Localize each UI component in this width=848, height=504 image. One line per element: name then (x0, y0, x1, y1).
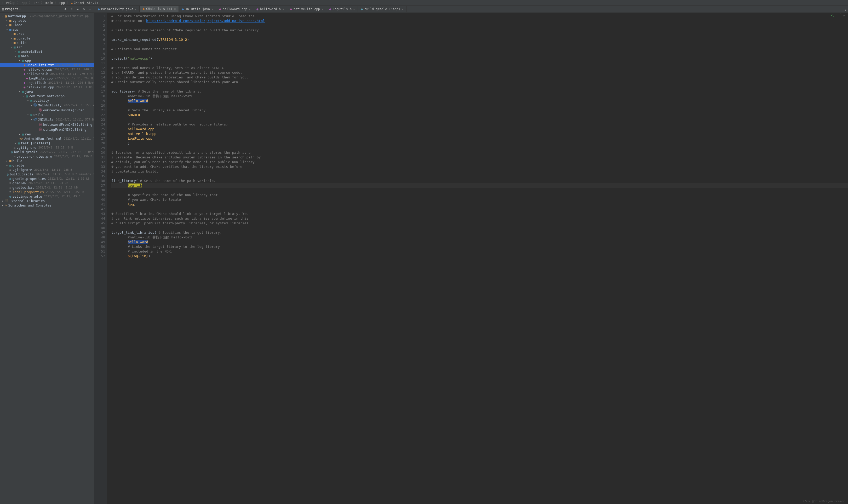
disclosure-icon[interactable]: ▾ (27, 113, 29, 116)
tree-row[interactable]: ▾▣com.test.nativecpp (0, 94, 94, 98)
code-line[interactable] (111, 52, 848, 56)
expand-icon[interactable]: ≡ (70, 7, 73, 12)
tree-row[interactable]: ≡.gitignore2022/5/2, 12:11, 225 B (0, 167, 94, 172)
tree-row[interactable]: ≡proguard-rules.pro2022/5/2, 12:11, 750 … (0, 154, 94, 159)
tree-row[interactable]: ▸■gradle (0, 163, 94, 167)
tree-row[interactable]: ≡local.properties2022/5/2, 12:11, 351 B (0, 190, 94, 194)
tree-row[interactable]: ▲CMakeLists.txt2022/5/2, 12:11, 1.79 kB … (0, 63, 94, 67)
close-icon[interactable]: × (212, 7, 213, 11)
close-icon[interactable]: × (135, 7, 137, 11)
disclosure-icon[interactable]: ▾ (14, 55, 17, 57)
breadcrumb-item[interactable]: cpp (59, 1, 65, 5)
disclosure-icon[interactable]: ▾ (27, 99, 29, 102)
code-line[interactable]: native-lib.cpp (111, 131, 848, 136)
code-line[interactable]: # default, you only need to specify the … (111, 160, 848, 164)
tree-row[interactable]: ▾■cpp (0, 58, 94, 63)
code-line[interactable] (111, 61, 848, 66)
disclosure-icon[interactable]: ▸ (6, 164, 8, 167)
code-line[interactable] (111, 118, 848, 122)
tree-row[interactable]: ≡gradlew2022/5/2, 12:11, 5.3 kB (0, 181, 94, 185)
tree-row[interactable]: ◍build.gradle2022/5/2, 12:11, 1.47 kB 13… (0, 150, 94, 154)
code-line[interactable] (111, 207, 848, 212)
code-line[interactable]: # or SHARED, and provides the relative p… (111, 70, 848, 75)
tree-row[interactable]: ▸■androidTest (0, 49, 94, 54)
tree-row[interactable]: ▸■.idea (0, 23, 94, 27)
disclosure-icon[interactable]: ▾ (10, 46, 13, 49)
code-line[interactable]: # included in the NDK. (111, 249, 848, 254)
tree-row[interactable]: ◍build.gradle2022/5/4, 11:35, 580 B 2 mi… (0, 172, 94, 177)
close-icon[interactable]: × (322, 7, 323, 11)
code-line[interactable]: # You can define multiple libraries, and… (111, 75, 848, 80)
caret-down-icon[interactable]: ⌄ (843, 13, 845, 17)
code-line[interactable]: # Searches for a specified prebuilt libr… (111, 150, 848, 155)
code-line[interactable]: #native-lib 替换下面的 hello-word (111, 94, 848, 98)
disclosure-icon[interactable]: ▾ (6, 28, 8, 31)
editor-tab[interactable]: ●build.gradle (:app)× (358, 6, 407, 12)
code-line[interactable] (111, 85, 848, 89)
project-panel-label[interactable]: ▤ Project ▼ (2, 7, 21, 11)
caret-up-icon[interactable]: ^ (840, 13, 842, 17)
tree-row[interactable]: ⓜhellowordFromJNI():String (0, 122, 94, 127)
code-line[interactable]: #native-lib 替换下面的 hello-word (111, 235, 848, 240)
editor-tab[interactable]: ●LogUtils.h× (327, 6, 358, 12)
disclosure-icon[interactable]: ▸ (6, 19, 8, 22)
tree-row[interactable]: ◍settings.gradle2022/5/2, 12:11, 45 B (0, 194, 94, 199)
tree-row[interactable]: ◆helloword.cpp2022/5/2, 12:11, 248 B Mom… (0, 67, 94, 72)
breadcrumb-item[interactable]: src (34, 1, 39, 5)
code-line[interactable] (111, 33, 848, 37)
editor-tab[interactable]: ●CMakeLists.txt× (140, 6, 179, 12)
tree-row[interactable]: ▸■.gradle (0, 18, 94, 23)
disclosure-icon[interactable]: ▸ (10, 37, 13, 40)
tree-row[interactable]: ▾▣activity (0, 98, 94, 103)
tree-row[interactable]: ▾■java (0, 89, 94, 94)
tree-row[interactable]: <>AndroidManifest.xml2022/5/2, 12:11, 72… (0, 137, 94, 141)
collapse-icon[interactable]: ≔ (75, 7, 79, 12)
close-icon[interactable]: × (249, 7, 251, 11)
project-tree[interactable]: ▾▣NativeCpp~/Desktop/android_project/Nat… (0, 13, 94, 504)
editor-code-area[interactable]: # For more information about using CMake… (107, 13, 848, 504)
code-line[interactable]: hello-word (111, 240, 848, 245)
close-icon[interactable]: × (402, 7, 403, 11)
more-tabs-icon[interactable]: ⋮ (843, 7, 848, 12)
minimize-icon[interactable]: — (88, 7, 92, 12)
disclosure-icon[interactable]: ▸ (6, 160, 8, 162)
disclosure-icon[interactable]: ▾ (18, 90, 21, 93)
tree-row[interactable]: ▸■test [unitTest] (0, 141, 94, 145)
tree-row[interactable]: ◆helloword.h2022/5/2, 12:11, 279 B 4 min… (0, 72, 94, 76)
disclosure-icon[interactable]: ▸ (6, 23, 8, 26)
breadcrumb-item[interactable]: app (22, 1, 28, 5)
disclosure-icon[interactable]: ▸ (18, 133, 21, 136)
editor-tab[interactable]: ●MainActivity.java× (95, 6, 140, 12)
code-line[interactable]: # Specifies the name of the NDK library … (111, 193, 848, 197)
tree-row[interactable]: ▸✎Scratches and Consoles (0, 203, 94, 208)
code-line[interactable]: # Links the target library to the log li… (111, 245, 848, 249)
tree-row[interactable]: ▾▣utils (0, 113, 94, 117)
code-line[interactable] (111, 23, 848, 28)
editor-tab[interactable]: ●native-lib.cpp× (288, 6, 326, 12)
close-icon[interactable]: × (282, 7, 284, 11)
disclosure-icon[interactable]: ▾ (22, 95, 25, 97)
code-line[interactable]: # Sets the minimum version of CMake requ… (111, 28, 848, 33)
tree-row[interactable]: ▸■res (0, 132, 94, 137)
tree-row[interactable]: ≡.gitignore2022/5/2, 12:11, 6 B (0, 145, 94, 150)
tree-row[interactable]: ▸■build (0, 159, 94, 163)
disclosure-icon[interactable]: ▸ (2, 199, 4, 202)
tree-row[interactable]: ▾■main (0, 54, 94, 58)
disclosure-icon[interactable]: ▸ (14, 50, 17, 53)
editor-tab[interactable]: ●helloword.h× (254, 6, 287, 12)
editor-tab[interactable]: ●helloword.cpp× (216, 6, 253, 12)
tree-row[interactable]: ▾▣NativeCpp~/Desktop/android_project/Nat… (0, 14, 94, 18)
code-line[interactable]: # variable. Because CMake includes syste… (111, 155, 848, 160)
code-line[interactable] (111, 174, 848, 179)
code-line[interactable]: # completing its build. (111, 169, 848, 174)
tree-row[interactable]: ▾ⒸJNIUtils2022/5/2, 12:11, 577 B 4 minut… (0, 117, 94, 122)
breadcrumb-item[interactable]: tiveCpp (2, 1, 15, 5)
tree-row[interactable]: ⓜstringFromJNI():String (0, 127, 94, 132)
code-line[interactable]: project("nativecpp") (111, 56, 848, 61)
code-line[interactable]: find_library( # Sets the name of the pat… (111, 179, 848, 183)
code-line[interactable]: log-lib (111, 183, 848, 188)
code-line[interactable]: target_link_libraries( # Specifies the t… (111, 230, 848, 235)
code-line[interactable]: SHARED (111, 113, 848, 118)
code-line[interactable] (111, 146, 848, 150)
code-line[interactable]: # can link multiple libraries, such as l… (111, 216, 848, 221)
